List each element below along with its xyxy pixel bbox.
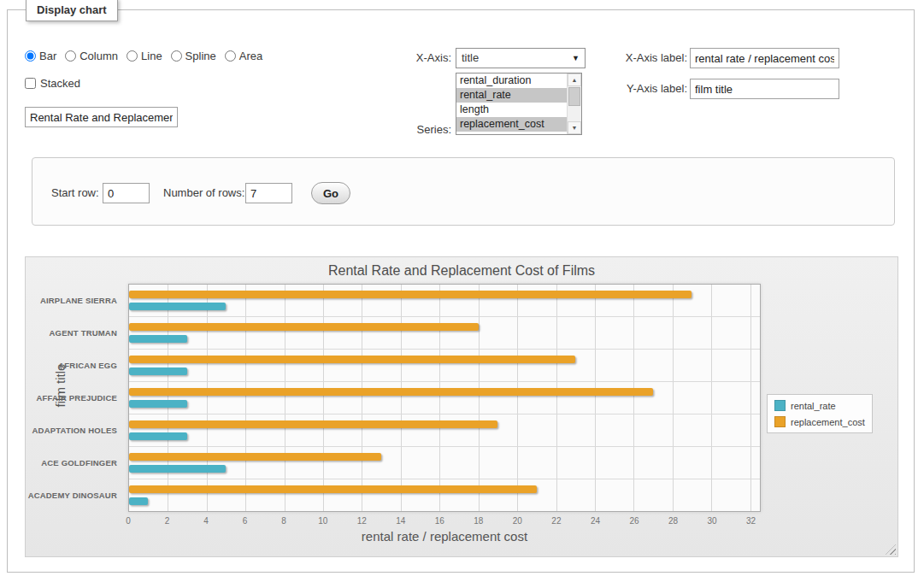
bar-replacement_cost (129, 420, 497, 428)
chart-type-radio-bar[interactable] (25, 50, 36, 62)
series-option-replacement_cost[interactable]: replacement_cost (456, 117, 567, 132)
category-band (129, 350, 760, 382)
legend-swatch (774, 416, 786, 427)
bar-rental_rate (129, 367, 187, 375)
display-chart-fieldset: Display chart BarColumnLineSplineArea St… (7, 9, 915, 573)
stacked-label: Stacked (40, 77, 80, 90)
rows-panel: Start row: Number of rows: Go (32, 157, 895, 226)
series-label: Series: (333, 120, 451, 140)
x-tick-label: 18 (474, 516, 483, 526)
legend-label: replacement_cost (791, 417, 865, 427)
bar-replacement_cost (129, 323, 479, 331)
plot-area (128, 284, 761, 512)
bar-replacement_cost (129, 485, 537, 493)
legend-label: rental_rate (791, 401, 836, 411)
chart-type-option-label: Spline (185, 50, 216, 62)
category-band (129, 285, 760, 317)
bars-container (129, 285, 760, 511)
bar-replacement_cost (129, 388, 653, 396)
panel-title: Display chart (26, 0, 118, 21)
start-row-input[interactable] (103, 183, 150, 203)
chart-type-option-area[interactable]: Area (225, 50, 262, 62)
x-tick-label: 32 (746, 516, 756, 526)
category-axis: AIRPLANE SIERRAAGENT TRUMANAFRICAN EGGAF… (26, 284, 123, 512)
bar-replacement_cost (129, 453, 381, 461)
bar-replacement_cost (129, 356, 575, 363)
y-axis-label-field-label: Y-Axis label: (544, 79, 687, 99)
x-tick-label: 4 (203, 516, 209, 526)
x-tick-label: 6 (243, 516, 248, 526)
chart-type-option-label: Column (79, 50, 118, 62)
category-band (129, 414, 760, 447)
chart-title: Rental Rate and Replacement Cost of Film… (26, 263, 898, 279)
x-tick-label: 26 (629, 516, 639, 526)
x-tick-label: 2 (165, 516, 170, 526)
bar-replacement_cost (129, 291, 692, 298)
x-axis-label: X-Axis: (333, 48, 451, 68)
chart-type-radio-spline[interactable] (171, 50, 182, 62)
bar-rental_rate (129, 432, 187, 440)
chart-type-option-label: Line (141, 50, 162, 62)
start-row-label: Start row: (51, 183, 99, 203)
chart-type-option-spline[interactable]: Spline (171, 50, 216, 62)
category-label: ACADEMY DINOSAUR (26, 479, 123, 512)
number-of-rows-label: Number of rows: (163, 183, 244, 203)
scroll-down-icon[interactable]: ▼ (568, 121, 581, 134)
x-tick-label: 10 (318, 516, 327, 526)
x-tick-label: 24 (591, 516, 600, 526)
chart-legend: rental_ratereplacement_cost (767, 394, 873, 433)
chart-type-radio-line[interactable] (127, 50, 138, 62)
resize-handle-icon[interactable] (886, 544, 896, 555)
stacked-option[interactable]: Stacked (25, 77, 80, 90)
x-axis-selected-value: title (462, 51, 479, 64)
x-tick-label: 14 (396, 516, 405, 526)
chart-type-option-label: Area (239, 50, 262, 62)
series-option-length[interactable]: length (456, 103, 567, 117)
chart-type-option-label: Bar (39, 50, 56, 62)
chart-panel: Rental Rate and Replacement Cost of Film… (25, 256, 898, 557)
x-tick-label: 28 (668, 516, 678, 526)
chart-type-radio-area[interactable] (225, 50, 236, 62)
bar-rental_rate (129, 303, 226, 310)
x-axis-label-input[interactable] (690, 48, 839, 68)
category-band (129, 317, 760, 350)
x-tick-label: 8 (281, 516, 286, 526)
number-of-rows-input[interactable] (245, 183, 292, 203)
category-label: AIRPLANE SIERRA (26, 284, 123, 316)
stacked-checkbox[interactable] (25, 78, 36, 89)
category-label: AFFAIR PREJUDICE (26, 381, 123, 414)
bar-rental_rate (129, 497, 148, 505)
x-axis-label-field-label: X-Axis label: (544, 48, 687, 68)
x-tick-label: 12 (357, 516, 367, 526)
category-band (129, 447, 760, 479)
chart-type-option-line[interactable]: Line (127, 50, 162, 62)
category-label: ACE GOLDFINGER (26, 447, 123, 479)
x-tick-label: 30 (708, 516, 717, 526)
page: Display chart BarColumnLineSplineArea St… (0, 0, 924, 582)
bar-rental_rate (129, 335, 187, 343)
category-band (129, 479, 760, 511)
x-tick-label: 16 (435, 516, 444, 526)
legend-swatch (774, 400, 786, 411)
x-axis-title: rental rate / replacement cost (128, 529, 761, 544)
legend-item: replacement_cost (774, 416, 865, 427)
go-button[interactable]: Go (311, 182, 350, 204)
x-tick-label: 22 (551, 516, 561, 526)
category-band (129, 382, 760, 414)
category-label: AGENT TRUMAN (26, 316, 123, 349)
x-tick-label: 0 (126, 516, 131, 526)
category-label: AFRICAN EGG (26, 349, 123, 381)
y-axis-label-input[interactable] (690, 79, 839, 99)
bar-rental_rate (129, 465, 226, 473)
bar-rental_rate (129, 400, 187, 408)
chart-type-radiogroup: BarColumnLineSplineArea (25, 50, 262, 62)
x-tick-label: 20 (513, 516, 522, 526)
x-axis-ticks: 02468101214161820222426283032 (128, 516, 761, 527)
chart-type-option-column[interactable]: Column (65, 50, 118, 62)
legend-item: rental_rate (774, 400, 865, 411)
chart-type-radio-column[interactable] (65, 50, 76, 62)
chart-type-option-bar[interactable]: Bar (25, 50, 56, 62)
chart-title-input[interactable] (25, 107, 178, 127)
category-label: ADAPTATION HOLES (26, 414, 123, 447)
